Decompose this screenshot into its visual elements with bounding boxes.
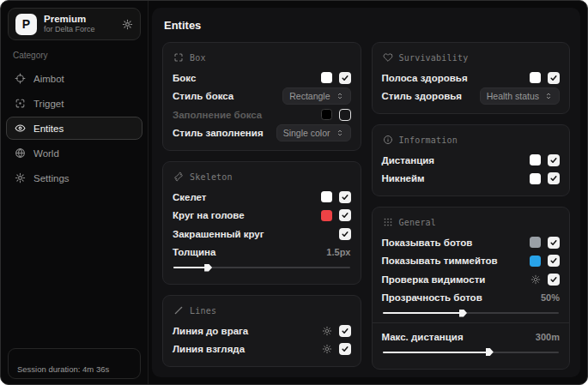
box-section: Box Бокс Стиль бокса Rectangle [162,42,361,151]
eye-icon [15,123,26,134]
color-swatch[interactable] [530,72,541,83]
box-style-select[interactable]: Rectangle [282,87,350,105]
session-duration-label: Session duration: 4m 36s [17,364,109,374]
gear-icon[interactable] [530,274,541,285]
setting-value: 1.5px [326,247,350,257]
sidebar-item-settings[interactable]: Settings [6,166,142,189]
section-title: Skeleton [190,172,233,182]
dots-grid-icon [383,217,393,227]
health-style-select[interactable]: Health status [480,87,560,105]
fill-style-select[interactable]: Single color [276,124,351,141]
slider-thumb[interactable] [486,348,494,356]
sidebar-item-aimbot[interactable]: Aimbot [6,67,142,90]
checkbox-checked[interactable] [339,72,351,84]
color-swatch[interactable] [530,237,541,248]
checkbox-checked[interactable] [548,274,560,286]
slider-thumb[interactable] [459,310,467,317]
color-swatch[interactable] [321,72,332,83]
color-swatch[interactable] [530,256,541,267]
skeleton-section-header: Skeleton [173,171,351,182]
setting-row: Дистанция [382,151,561,170]
setting-label: Толщина [173,247,215,257]
setting-label: Дистанция [382,155,434,165]
color-swatch[interactable] [321,210,332,221]
divider [373,322,570,323]
gear-icon [15,172,26,183]
main-panel: Entites Box Бокс [152,8,580,377]
sidebar-item-trigget[interactable]: Trigget [6,92,142,115]
sidebar-item-label: World [33,148,59,159]
diagonal-line-icon [173,305,184,316]
checkbox-checked[interactable] [548,255,560,267]
checkbox-checked[interactable] [339,343,351,355]
setting-label: Стиль заполнения [173,128,264,138]
category-label: Category [13,51,136,60]
lines-section-header: Lines [173,305,351,316]
globe-icon [15,147,26,159]
setting-row: Закрашенный круг [173,225,351,244]
setting-label: Стиль здоровья [382,91,463,101]
gear-icon[interactable] [322,344,332,354]
sidebar-item-world[interactable]: World [6,141,142,165]
checkbox-checked[interactable] [339,228,351,240]
select-value: Health status [487,91,539,101]
info-icon [383,135,393,145]
setting-row: Заполнение бокса [173,105,351,124]
setting-label: Стиль бокса [173,91,233,101]
checkbox-checked[interactable] [548,172,560,184]
skeleton-section: Skeleton Скелет Круг на голове [162,161,361,285]
setting-row: Стиль здоровья Health status [382,87,561,106]
setting-row: Стиль бокса Rectangle [173,87,351,106]
setting-label: Никнейм [382,173,425,183]
chevron-up-down-icon [336,92,344,100]
slider-thumb[interactable] [204,264,212,272]
survivability-section-header: Survivability [383,52,561,63]
max-distance-slider[interactable] [383,348,560,357]
color-swatch[interactable] [530,173,541,184]
box-section-header: Box [173,52,351,63]
checkbox-checked[interactable] [548,154,560,166]
checkbox-checked[interactable] [548,237,560,249]
lines-section: Lines Линия до врага Линия взгляда [162,295,361,367]
information-section-header: Information [383,135,561,145]
setting-row: Показывать тиммейтов [382,252,561,271]
checkbox-checked[interactable] [548,72,560,84]
gear-icon[interactable] [122,19,133,30]
page-title: Entites [164,19,570,32]
checkbox-checked[interactable] [339,191,351,203]
color-swatch[interactable] [321,109,332,120]
crosshair-icon [15,73,26,84]
scan-target-icon [15,98,26,109]
setting-row: Бокс [173,69,351,87]
bone-icon [173,171,184,182]
sidebar-item-label: Trigget [33,99,64,109]
setting-label: Круг на голове [173,210,245,220]
gear-icon[interactable] [322,326,332,336]
color-swatch[interactable] [321,191,332,202]
general-section-header: General [383,217,561,227]
select-value: Single color [283,128,330,138]
setting-row: Линия взгляда [173,340,351,359]
color-swatch[interactable] [530,154,541,165]
heart-icon [383,52,393,63]
section-title: General [399,218,437,227]
setting-row: Никнейм [382,170,561,189]
checkbox-checked[interactable] [339,209,351,221]
setting-row: Полоса здоровья [382,69,561,87]
section-title: Survivability [399,53,469,63]
sidebar-item-label: Settings [33,173,70,183]
bot-opacity-slider[interactable] [383,309,560,317]
setting-row: Стиль заполнения Single color [173,124,351,143]
checkbox-checked[interactable] [339,325,351,337]
thickness-slider[interactable] [173,263,350,272]
general-section: General Показывать ботов Показывать тимм… [372,207,571,370]
chevron-up-down-icon [544,92,553,100]
setting-value: 300m [536,332,560,342]
checkbox-unchecked[interactable] [339,109,351,121]
setting-label: Бокс [173,73,196,83]
brand-title: Premium [44,14,115,25]
setting-label: Прозрачность ботов [382,292,482,303]
brand-card: P Premium for Delta Force [8,8,141,40]
sidebar-item-entites[interactable]: Entites [6,117,142,140]
chevron-up-down-icon [336,129,344,137]
